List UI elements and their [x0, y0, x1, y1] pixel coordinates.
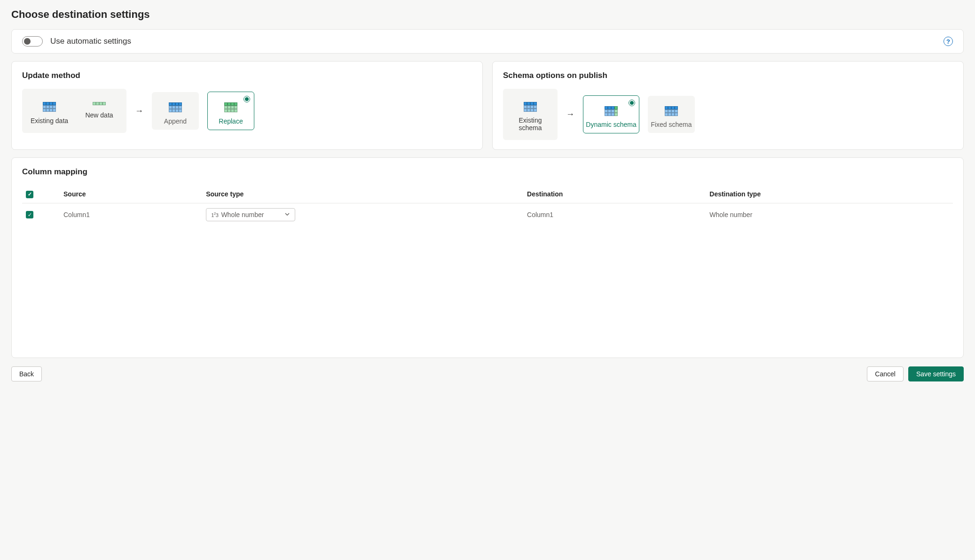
cancel-button[interactable]: Cancel: [867, 366, 904, 381]
column-mapping-card: Column mapping ✓ Source Source type Dest…: [11, 157, 964, 358]
auto-settings-toggle[interactable]: [22, 36, 43, 47]
number-type-icon: 123: [211, 211, 218, 218]
append-icon: [168, 102, 182, 113]
row-destination-type: Whole number: [706, 203, 953, 226]
existing-schema-label: Existing schema: [507, 117, 554, 132]
auto-settings-label: Use automatic settings: [50, 37, 131, 46]
existing-data-label: Existing data: [26, 117, 73, 124]
dynamic-schema-option[interactable]: Dynamic schema: [583, 95, 639, 133]
selected-radio-icon: [244, 96, 250, 102]
fixed-schema-option[interactable]: Fixed schema: [648, 96, 695, 133]
dropdown-value: Whole number: [221, 211, 264, 218]
row-checkbox[interactable]: ✓: [26, 211, 33, 218]
replace-label: Replace: [208, 117, 254, 125]
append-option[interactable]: Append: [152, 92, 199, 130]
select-all-checkbox[interactable]: ✓: [26, 191, 33, 198]
chevron-down-icon: [284, 211, 290, 218]
fixed-schema-icon: [665, 106, 678, 116]
table-row: ✓ Column1 123 Whole number: [22, 203, 953, 226]
schema-options-card: Schema options on publish Existing schem…: [492, 61, 964, 150]
update-method-card: Update method Existing data New data → A…: [11, 61, 483, 150]
selected-radio-icon: [629, 100, 635, 106]
toggle-knob: [24, 38, 31, 45]
help-icon[interactable]: ?: [944, 37, 953, 46]
schema-preview: Existing schema: [503, 89, 558, 140]
dynamic-schema-icon: [605, 106, 618, 116]
new-data-label: New data: [76, 111, 123, 119]
row-source: Column1: [60, 203, 202, 226]
header-destination-type: Destination type: [706, 185, 953, 203]
arrow-right-icon: →: [566, 109, 574, 119]
row-destination: Column1: [523, 203, 706, 226]
header-source-type: Source type: [202, 185, 523, 203]
column-mapping-table: ✓ Source Source type Destination Destina…: [22, 185, 953, 226]
save-settings-button[interactable]: Save settings: [908, 366, 964, 381]
fixed-schema-label: Fixed schema: [648, 121, 695, 128]
source-type-dropdown[interactable]: 123 Whole number: [206, 208, 295, 221]
arrow-right-icon: →: [135, 106, 143, 116]
column-mapping-title: Column mapping: [22, 167, 953, 177]
header-destination: Destination: [523, 185, 706, 203]
update-method-title: Update method: [22, 71, 472, 80]
existing-data-icon: [42, 101, 56, 112]
header-source: Source: [60, 185, 202, 203]
new-data-icon: [93, 102, 106, 105]
replace-option[interactable]: Replace: [207, 92, 254, 130]
update-method-preview: Existing data New data: [22, 89, 126, 133]
auto-settings-card: Use automatic settings ?: [11, 29, 964, 54]
dynamic-schema-label: Dynamic schema: [583, 121, 639, 128]
back-button[interactable]: Back: [11, 366, 42, 381]
append-label: Append: [152, 117, 199, 125]
page-title: Choose destination settings: [11, 8, 964, 21]
footer-bar: Back Cancel Save settings: [11, 366, 964, 381]
existing-schema-icon: [524, 102, 537, 112]
replace-icon: [224, 102, 238, 113]
schema-options-title: Schema options on publish: [503, 71, 953, 80]
